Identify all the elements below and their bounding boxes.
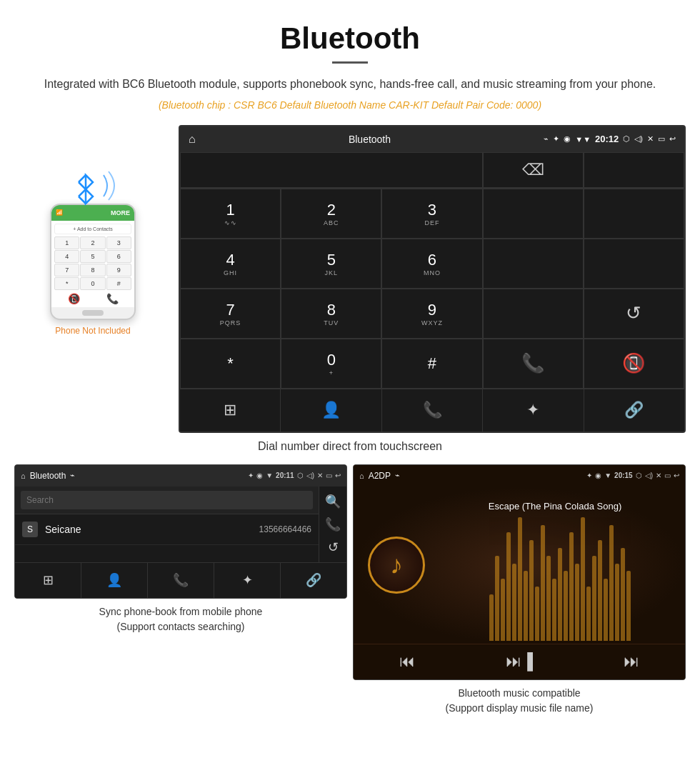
key-6[interactable]: 6 MNO — [381, 239, 482, 289]
phone-key[interactable]: 4 — [54, 250, 79, 263]
window-icon[interactable]: ▭ — [658, 134, 665, 144]
key-3[interactable]: 3 DEF — [381, 189, 482, 239]
pb-nav-calls[interactable]: 📞 — [148, 563, 214, 598]
phone-key[interactable]: 6 — [106, 250, 131, 263]
phonebook-caption-line2: (Support contacts searching) — [117, 621, 245, 632]
music-status-right: ✦ ◉ ▼ 20:15 ⬡ ◁) ✕ ▭ ↩ — [586, 472, 679, 479]
end-call-button[interactable]: 📵 — [584, 339, 684, 389]
pb-contact-row[interactable]: S Seicane 13566664466 — [15, 514, 319, 545]
key-7[interactable]: 7 PQRS — [180, 289, 281, 339]
phone-key[interactable]: 7 — [54, 264, 79, 276]
eq-bar — [512, 564, 516, 641]
key-5[interactable]: 5 JKL — [281, 239, 381, 289]
key-8[interactable]: 8 TUV — [281, 289, 381, 339]
phone-home-button[interactable] — [82, 310, 104, 316]
signal-icon: ▼▼ — [575, 135, 591, 144]
nav-link[interactable]: 🔗 — [584, 389, 684, 432]
eq-bar — [506, 532, 511, 640]
key-4[interactable]: 4 GHI — [180, 239, 281, 289]
nav-bluetooth[interactable]: ✦ — [483, 389, 584, 432]
music-x-icon[interactable]: ✕ — [656, 472, 661, 479]
music-vol-icon[interactable]: ◁) — [645, 472, 653, 479]
call-button[interactable]: 📞 — [483, 339, 584, 389]
phone-add-contact: + Add to Contacts — [54, 224, 131, 234]
eq-bar — [621, 548, 625, 641]
phone-key[interactable]: 1 — [54, 236, 79, 249]
pb-nav-dialpad[interactable]: ⊞ — [15, 563, 81, 598]
pb-nav-contacts[interactable]: 👤 — [81, 563, 148, 598]
pb-status-bar: ⌂ Bluetooth ⌁ ✦ ◉ ▼ 20:11 ⬡ ◁) ✕ ▭ ↩ — [15, 465, 346, 487]
eq-bar — [564, 571, 568, 640]
end-call-icon: 📵 — [622, 352, 645, 374]
pb-call-icon[interactable]: 📞 — [325, 517, 341, 532]
key-9[interactable]: 9 WXYZ — [381, 289, 482, 339]
key-star[interactable]: * — [180, 339, 281, 389]
phone-key[interactable]: 2 — [80, 236, 105, 249]
prev-track-button[interactable]: ⏮ — [399, 652, 415, 671]
eq-bar — [495, 556, 499, 641]
svg-line-5 — [79, 196, 86, 204]
bluetooth-waves — [64, 168, 121, 211]
phonebook-panel-wrapper: ⌂ Bluetooth ⌁ ✦ ◉ ▼ 20:11 ⬡ ◁) ✕ ▭ ↩ — [14, 464, 347, 719]
eq-bar — [541, 525, 545, 641]
pb-x-icon[interactable]: ✕ — [317, 472, 323, 479]
pb-search-icon[interactable]: 🔍 — [325, 494, 341, 509]
music-album-art: ♪ — [368, 537, 425, 594]
eq-bar — [586, 587, 591, 641]
phonebook-caption-line1: Sync phone-book from mobile phone — [99, 606, 263, 617]
nav-dialpad[interactable]: ⊞ — [180, 389, 281, 432]
key-hash[interactable]: # — [381, 339, 482, 389]
phone-key[interactable]: * — [54, 277, 79, 290]
phone-key[interactable]: 5 — [80, 250, 105, 263]
backspace-cell[interactable]: ⌫ — [483, 152, 584, 188]
eq-bar — [604, 579, 608, 640]
bluetooth-status-icon: ✦ — [553, 134, 559, 144]
next-track-button[interactable]: ⏭ — [624, 652, 639, 671]
music-rect-icon[interactable]: ▭ — [664, 472, 671, 479]
play-pause-button[interactable]: ⏭▐ — [506, 652, 533, 671]
pb-rect-icon[interactable]: ▭ — [326, 472, 332, 479]
eq-bar — [524, 571, 528, 640]
phone-key[interactable]: 3 — [106, 236, 131, 249]
empty-cell-3 — [483, 239, 584, 289]
eq-bar — [615, 564, 619, 641]
music-usb-icon: ⌁ — [395, 471, 400, 480]
phone-key[interactable]: 9 — [106, 264, 131, 276]
music-back-icon[interactable]: ↩ — [674, 472, 679, 479]
backspace-icon: ⌫ — [522, 161, 544, 179]
pb-bt-icon: ✦ — [248, 472, 254, 479]
pb-home-icon[interactable]: ⌂ — [21, 472, 26, 480]
pb-main-area: S Seicane 13566664466 🔍 📞 ↺ — [15, 487, 346, 562]
music-home-icon[interactable]: ⌂ — [359, 472, 364, 480]
bottom-panels: ⌂ Bluetooth ⌁ ✦ ◉ ▼ 20:11 ⬡ ◁) ✕ ▭ ↩ — [0, 464, 700, 733]
eq-bar — [575, 564, 579, 641]
pb-cam-icon[interactable]: ⬡ — [297, 472, 304, 479]
pb-nav-bluetooth[interactable]: ✦ — [214, 563, 281, 598]
back-icon[interactable]: ↩ — [669, 134, 676, 144]
key-0[interactable]: 0 + — [281, 339, 381, 389]
close-icon[interactable]: ✕ — [647, 134, 654, 144]
car-screen-section: ⌂ Bluetooth ⌁ ✦ ◉ ▼▼ 20:12 ⬡ ◁) ✕ ▭ ↩ — [171, 125, 686, 433]
key-2[interactable]: 2 ABC — [281, 189, 381, 239]
pb-vol-icon[interactable]: ◁) — [306, 472, 314, 479]
pb-contact-phone: 13566664466 — [259, 524, 311, 534]
phone-key[interactable]: 0 — [80, 277, 105, 290]
phone-key[interactable]: # — [106, 277, 131, 290]
nav-contacts[interactable]: 👤 — [281, 389, 381, 432]
key-1[interactable]: 1 ∿∿ — [180, 189, 281, 239]
album-art-circle: ♪ — [368, 537, 425, 594]
nav-calls[interactable]: 📞 — [382, 389, 483, 432]
pb-search-input[interactable] — [21, 491, 313, 509]
home-icon[interactable]: ⌂ — [189, 133, 196, 146]
music-note-icon: ♪ — [390, 550, 403, 580]
pb-nav-link[interactable]: 🔗 — [281, 563, 346, 598]
pb-reload-icon[interactable]: ↺ — [328, 539, 339, 555]
volume-icon[interactable]: ◁) — [634, 134, 643, 144]
music-cam-icon[interactable]: ⬡ — [636, 472, 642, 479]
music-bt-icon: ✦ — [586, 472, 592, 479]
music-caption-line2: (Support display music file name) — [446, 702, 594, 714]
status-right: ⌁ ✦ ◉ ▼▼ 20:12 ⬡ ◁) ✕ ▭ ↩ — [544, 134, 676, 144]
pb-back-icon[interactable]: ↩ — [335, 472, 341, 479]
camera-icon[interactable]: ⬡ — [623, 134, 630, 144]
phone-key[interactable]: 8 — [80, 264, 105, 276]
